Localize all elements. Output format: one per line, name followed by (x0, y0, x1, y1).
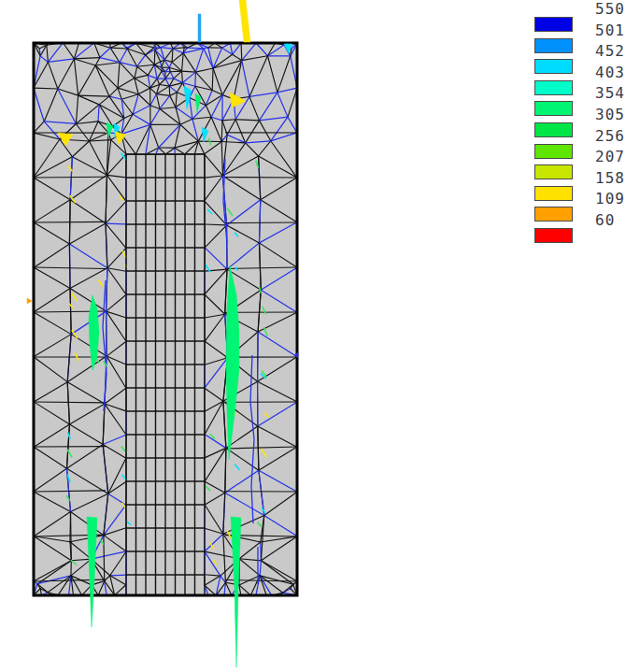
mesh-plot (0, 0, 640, 672)
fem-plot-stage: 55050145240335430525620715810960 (0, 0, 640, 672)
yellow-streak-top (239, 0, 250, 42)
cyan-streak-top (198, 14, 201, 42)
orange-tick-left-border (27, 298, 32, 304)
